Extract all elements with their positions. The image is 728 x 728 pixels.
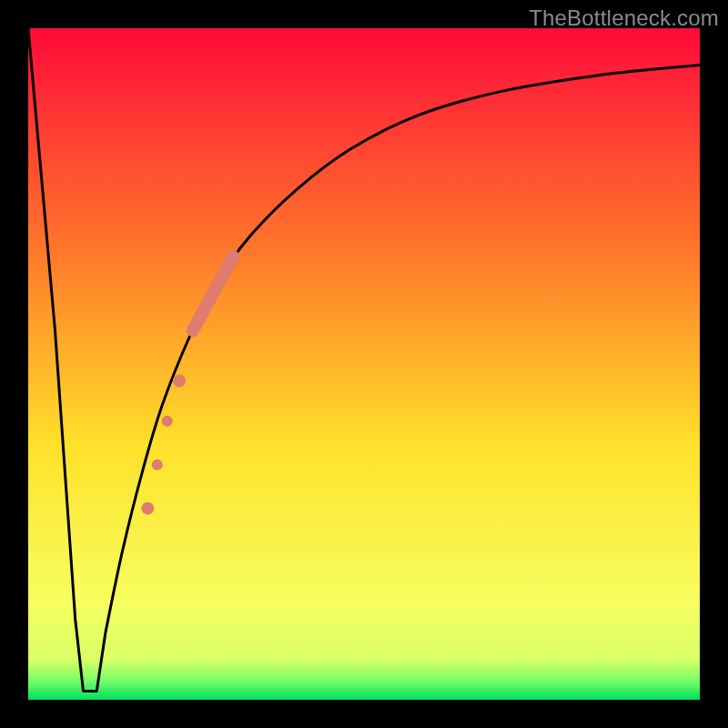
chart-frame: TheBottleneck.com bbox=[0, 0, 728, 728]
marker-dot bbox=[162, 416, 173, 427]
plot-area bbox=[28, 28, 700, 700]
marker-dot bbox=[141, 502, 154, 515]
chart-svg bbox=[28, 28, 700, 700]
marker-dot bbox=[152, 460, 163, 470]
watermark-text: TheBottleneck.com bbox=[529, 5, 719, 31]
gradient-background bbox=[28, 28, 700, 700]
marker-dot bbox=[173, 374, 186, 387]
